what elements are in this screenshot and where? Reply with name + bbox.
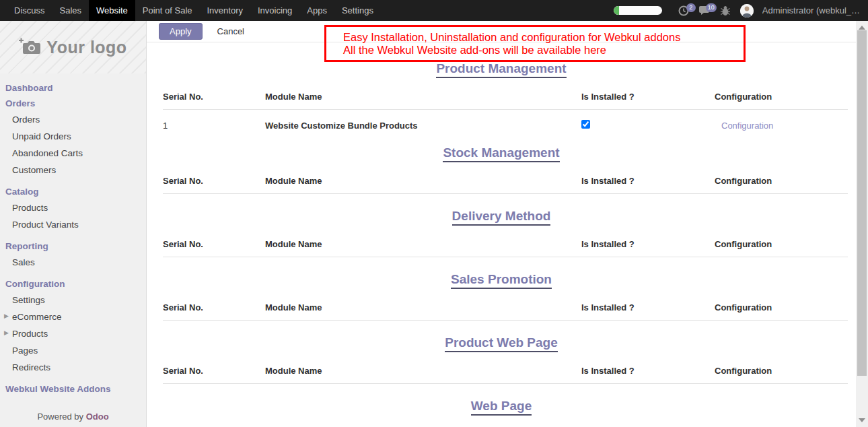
section-title-link[interactable]: Web Page (471, 399, 532, 416)
section-sales-promotion: Sales Promotion Serial No. Module Name I… (147, 272, 856, 321)
cancel-button[interactable]: Cancel (211, 24, 251, 39)
navbar-menu: Discuss Sales Website Point of Sale Inve… (0, 0, 381, 21)
section-title-link[interactable]: Sales Promotion (451, 272, 552, 289)
sidebar-section-orders[interactable]: Orders (0, 96, 146, 111)
messages-bubble-icon[interactable]: 10 (698, 5, 711, 17)
col-header-configuration: Configuration (715, 366, 848, 376)
section-product-management: Product Management Serial No. Module Nam… (147, 61, 856, 131)
powered-by-odoo: Powered by Odoo (0, 412, 146, 427)
nav-item-sales[interactable]: Sales (52, 0, 89, 21)
col-header-serial: Serial No. (163, 302, 265, 313)
table-header-row: Serial No. Module Name Is Installed ? Co… (163, 176, 848, 194)
col-header-serial: Serial No. (163, 366, 265, 376)
logo-placeholder[interactable]: Your logo (0, 21, 146, 73)
table-row: 1 Website Customize Bundle Products Conf… (163, 110, 848, 131)
vertical-scrollbar[interactable] (856, 21, 868, 427)
table-header-row: Serial No. Module Name Is Installed ? Co… (163, 92, 848, 110)
is-installed-checkbox[interactable] (581, 120, 590, 129)
sidebar-section-catalog[interactable]: Catalog (0, 184, 146, 199)
sidebar-item-product-variants[interactable]: Product Variants (0, 216, 146, 233)
col-header-installed: Is Installed ? (581, 302, 715, 313)
annotation-box: Easy Installation, Uninstallation and co… (324, 25, 746, 62)
nav-item-inventory[interactable]: Inventory (200, 0, 250, 21)
timer-progressbar[interactable] (614, 6, 662, 15)
cell-module-name: Website Customize Bundle Products (265, 121, 581, 131)
main-content: Apply Cancel Easy Installation, Uninstal… (147, 21, 868, 427)
col-header-module: Module Name (265, 239, 581, 249)
sidebar-item-redirects[interactable]: Redirects (0, 359, 146, 376)
col-header-module: Module Name (265, 176, 581, 186)
sidebar-item-sales[interactable]: Sales (0, 254, 146, 271)
top-navbar: Discuss Sales Website Point of Sale Inve… (0, 0, 868, 21)
powered-by-text: Powered by (37, 412, 83, 422)
col-header-module: Module Name (265, 302, 581, 313)
nav-item-point-of-sale[interactable]: Point of Sale (135, 0, 200, 21)
camera-icon (19, 37, 40, 58)
bug-icon[interactable] (719, 5, 731, 17)
nav-item-website[interactable]: Website (89, 0, 135, 21)
col-header-serial: Serial No. (163, 239, 265, 249)
timer-progressbar-fill (614, 6, 619, 15)
section-title-link[interactable]: Product Web Page (445, 335, 558, 352)
sidebar: Your logo Dashboard Orders Orders Unpaid… (0, 21, 147, 427)
sidebar-item-dashboard[interactable]: Dashboard (0, 80, 146, 96)
col-header-installed: Is Installed ? (581, 366, 715, 376)
col-header-configuration: Configuration (715, 92, 848, 102)
section-web-page: Web Page Serial No. Module Name Is Insta… (147, 399, 856, 427)
col-header-configuration: Configuration (715, 302, 848, 313)
logo-text: Your logo (46, 38, 126, 57)
nav-item-apps[interactable]: Apps (299, 0, 334, 21)
col-header-serial: Serial No. (163, 176, 265, 186)
configuration-link[interactable]: Configuration (715, 121, 773, 131)
sidebar-section-configuration[interactable]: Configuration (0, 276, 146, 292)
sidebar-item-abandoned-carts[interactable]: Abandoned Carts (0, 145, 146, 162)
activity-count-badge: 2 (686, 3, 696, 12)
table-header-row: Serial No. Module Name Is Installed ? Co… (163, 366, 848, 384)
sidebar-item-orders[interactable]: Orders (0, 111, 146, 128)
nav-item-invoicing[interactable]: Invoicing (250, 0, 299, 21)
col-header-installed: Is Installed ? (581, 176, 715, 186)
activity-clock-icon[interactable]: 2 (678, 5, 690, 17)
systray: 2 10 Administrator (webkul_… (614, 0, 868, 21)
sidebar-item-products[interactable]: Products (0, 199, 146, 216)
table-header-row: Serial No. Module Name Is Installed ? Co… (163, 302, 848, 321)
sidebar-item-pages[interactable]: Pages (0, 342, 146, 359)
annotation-line-2: All the Webkul Website add-ons will be a… (343, 44, 738, 57)
col-header-module: Module Name (265, 92, 581, 102)
annotation-line-1: Easy Installation, Uninstallation and co… (343, 31, 738, 44)
chevron-right-icon: ▶ (4, 313, 9, 319)
nav-item-settings[interactable]: Settings (334, 0, 381, 21)
section-title-link[interactable]: Product Management (436, 61, 566, 78)
scrollbar-thumb[interactable] (857, 30, 867, 376)
sidebar-item-settings[interactable]: Settings (0, 292, 146, 308)
sidebar-section-reporting[interactable]: Reporting (0, 238, 146, 254)
sidebar-item-ecommerce[interactable]: ▶eCommerce (0, 308, 146, 325)
user-menu-label[interactable]: Administrator (webkul_… (762, 5, 860, 15)
section-delivery-method: Delivery Method Serial No. Module Name I… (147, 209, 856, 257)
section-title-link[interactable]: Stock Management (443, 145, 559, 162)
chevron-right-icon: ▶ (4, 329, 9, 336)
col-header-module: Module Name (265, 366, 581, 376)
col-header-installed: Is Installed ? (581, 239, 715, 249)
apply-button[interactable]: Apply (159, 23, 203, 40)
cell-serial: 1 (163, 121, 265, 131)
sidebar-item-unpaid-orders[interactable]: Unpaid Orders (0, 128, 146, 145)
message-count-badge: 10 (706, 3, 717, 12)
sidebar-item-customers[interactable]: Customers (0, 162, 146, 178)
section-title-link[interactable]: Delivery Method (452, 209, 551, 226)
user-avatar[interactable] (740, 4, 754, 18)
section-stock-management: Stock Management Serial No. Module Name … (147, 145, 856, 194)
odoo-brand-link[interactable]: Odoo (86, 412, 109, 422)
col-header-installed: Is Installed ? (581, 92, 715, 102)
table-header-row: Serial No. Module Name Is Installed ? Co… (163, 239, 848, 257)
scrollbar-up-arrow[interactable] (859, 26, 865, 30)
section-product-web-page: Product Web Page Serial No. Module Name … (147, 335, 856, 384)
sidebar-item-webkul-website-addons[interactable]: Webkul Website Addons (0, 381, 146, 397)
col-header-serial: Serial No. (163, 92, 265, 102)
nav-item-discuss[interactable]: Discuss (7, 0, 52, 21)
col-header-configuration: Configuration (715, 239, 848, 249)
col-header-configuration: Configuration (715, 176, 848, 186)
sidebar-menu: Dashboard Orders Orders Unpaid Orders Ab… (0, 73, 146, 412)
scrollbar-down-arrow[interactable] (859, 418, 865, 422)
sidebar-item-products-config[interactable]: ▶Products (0, 325, 146, 342)
